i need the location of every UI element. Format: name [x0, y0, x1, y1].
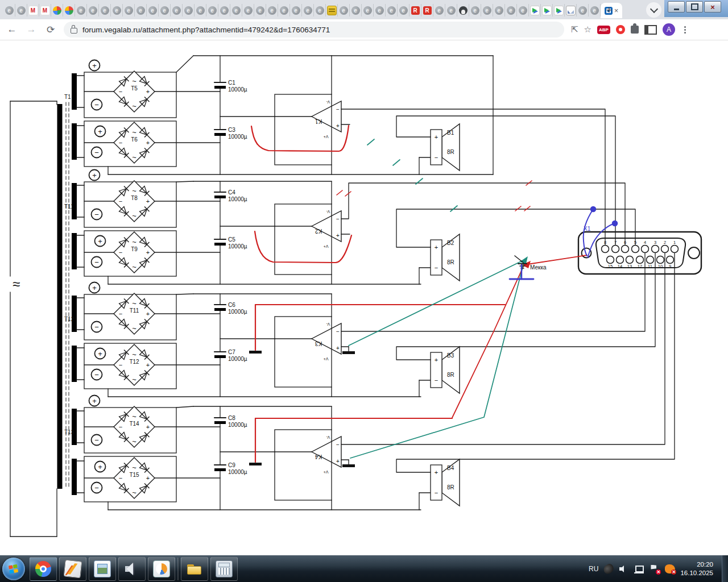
browser-tab[interactable] — [15, 4, 27, 16]
browser-tab[interactable] — [75, 4, 87, 16]
maximize-button[interactable] — [686, 1, 703, 13]
browser-tab[interactable] — [218, 4, 230, 16]
tray-action-center-icon[interactable] — [650, 564, 660, 573]
browser-tab[interactable] — [362, 4, 374, 16]
ac-mark: ~ — [132, 463, 136, 472]
browser-tab[interactable] — [338, 4, 350, 16]
bridge-label: T14 — [129, 421, 139, 427]
reader-extension-icon[interactable] — [644, 25, 657, 35]
adblock-extension-icon[interactable]: ABP — [597, 26, 610, 34]
browser-tab[interactable] — [3, 4, 15, 16]
browser-tab[interactable] — [421, 4, 433, 16]
taskbar-clock[interactable]: 20:20 16.10.2025 — [680, 560, 713, 577]
browser-tab[interactable] — [230, 4, 242, 16]
browser-tab[interactable] — [266, 4, 278, 16]
browser-tab[interactable] — [398, 4, 410, 16]
tab-favicon-g — [590, 6, 599, 15]
browser-tab[interactable] — [159, 4, 171, 16]
browser-tab[interactable] — [99, 4, 111, 16]
address-bar[interactable]: forum.vegalab.ru/attachment.php?attachme… — [64, 22, 564, 38]
show-desktop-button[interactable] — [722, 555, 728, 582]
taskbar-explorer-button[interactable] — [181, 557, 208, 581]
capacitor-value: 10000µ — [228, 86, 247, 93]
browser-tab[interactable] — [87, 4, 99, 16]
new-tab-button[interactable]: + — [602, 3, 617, 18]
close-button[interactable]: × — [704, 1, 721, 13]
minimize-button[interactable] — [668, 1, 685, 13]
red-tick — [524, 206, 530, 211]
reload-button[interactable]: ⟳ — [43, 22, 58, 37]
browser-tab[interactable] — [577, 4, 589, 16]
start-button[interactable] — [2, 558, 25, 580]
browser-tab[interactable] — [314, 4, 326, 16]
taskbar-photo-viewer-button[interactable] — [89, 557, 116, 581]
browser-tab[interactable] — [445, 4, 457, 16]
browser-tab[interactable] — [27, 4, 39, 16]
taskbar-volume-button[interactable] — [118, 557, 146, 581]
capacitor-plate — [214, 196, 226, 198]
browser-tab[interactable] — [206, 4, 218, 16]
back-button[interactable]: ← — [5, 22, 19, 37]
browser-tab[interactable] — [51, 4, 63, 16]
forward-button[interactable]: → — [24, 22, 39, 37]
browser-tab[interactable] — [410, 4, 421, 16]
url-text[interactable]: forum.vegalab.ru/attachment.php?attachme… — [82, 26, 330, 34]
record-extension-icon[interactable] — [616, 25, 625, 34]
browser-tab[interactable] — [541, 4, 553, 16]
capacitor-label: C5 — [228, 236, 235, 243]
share-icon[interactable]: ⇱ — [571, 24, 578, 35]
browser-tab[interactable] — [326, 4, 338, 16]
browser-tab[interactable] — [589, 4, 601, 16]
browser-tab[interactable] — [374, 4, 386, 16]
browser-tab[interactable] — [242, 4, 254, 16]
browser-tab[interactable] — [302, 4, 314, 16]
browser-tab[interactable] — [469, 4, 481, 16]
tab-search-chevron-button[interactable] — [646, 2, 661, 18]
extensions-puzzle-icon[interactable] — [631, 26, 639, 34]
connector-pin — [642, 246, 649, 253]
browser-tab[interactable] — [290, 4, 302, 16]
taskbar-winamp-button[interactable] — [59, 557, 86, 581]
browser-tab[interactable] — [433, 4, 445, 16]
browser-tab[interactable] — [505, 4, 517, 16]
browser-tab[interactable] — [386, 4, 398, 16]
tray-volume-icon[interactable] — [619, 564, 629, 573]
v-plus-label: V+ — [324, 470, 329, 474]
browser-tab[interactable] — [481, 4, 493, 16]
tab-favicon-g — [208, 6, 217, 15]
browser-tab[interactable] — [39, 4, 51, 16]
browser-tab[interactable] — [529, 4, 541, 16]
browser-tab[interactable] — [493, 4, 505, 16]
browser-tab[interactable] — [254, 4, 266, 16]
browser-tab[interactable] — [63, 4, 75, 16]
browser-tab[interactable] — [457, 4, 469, 16]
language-indicator[interactable]: RU — [589, 565, 598, 573]
transformer-label: T13 — [64, 429, 75, 435]
browser-tab[interactable] — [553, 4, 565, 16]
browser-tab[interactable] — [123, 4, 135, 16]
browser-tab[interactable] — [278, 4, 290, 16]
tab-favicon-g — [578, 6, 587, 15]
browser-tab[interactable] — [135, 4, 147, 16]
tab-favicon-g — [292, 6, 300, 15]
browser-tab[interactable] — [195, 4, 206, 16]
bookmark-star-icon[interactable]: ☆ — [584, 24, 592, 35]
profile-avatar[interactable]: A — [663, 23, 675, 36]
browser-tab[interactable] — [565, 4, 577, 16]
tray-network-icon[interactable] — [634, 564, 644, 573]
taskbar-calculator-button[interactable] — [210, 557, 238, 581]
browser-tab[interactable] — [350, 4, 362, 16]
browser-tab[interactable] — [183, 4, 195, 16]
browser-tab[interactable] — [517, 4, 529, 16]
browser-tab[interactable] — [147, 4, 159, 16]
amp-minus-input: − — [336, 106, 340, 113]
tray-antivirus-icon[interactable] — [665, 564, 675, 573]
ac-mark: ~ — [132, 375, 136, 384]
taskbar-chrome-button[interactable] — [30, 557, 57, 581]
browser-tab[interactable] — [171, 4, 183, 16]
taskbar-faststone-button[interactable] — [148, 557, 175, 581]
secondary-winding — [72, 346, 77, 382]
tray-mouse-icon[interactable] — [602, 562, 615, 575]
browser-tab[interactable] — [111, 4, 123, 16]
menu-kebab-icon[interactable] — [681, 26, 689, 34]
